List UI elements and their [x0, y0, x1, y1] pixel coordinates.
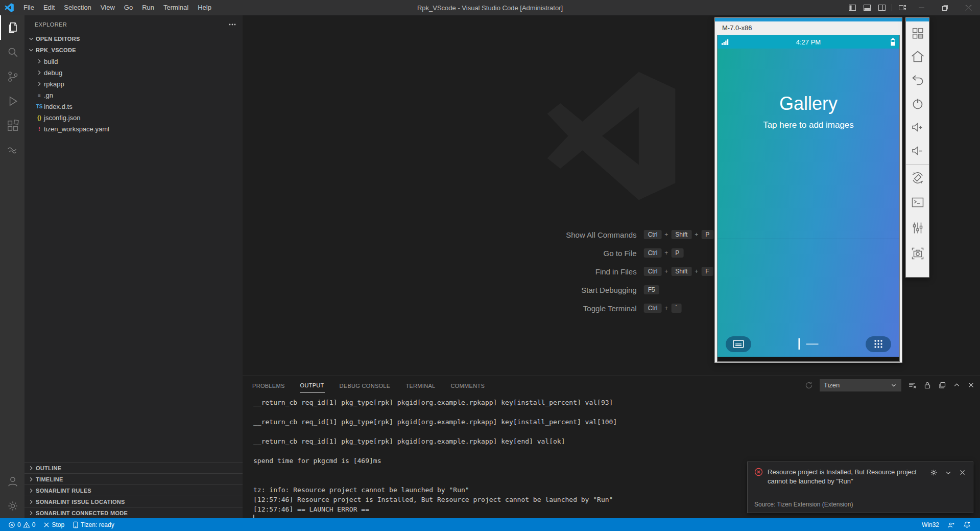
- nav-back-indicator[interactable]: [806, 343, 819, 345]
- extensions-view-icon[interactable]: [0, 113, 25, 138]
- emulator-menu-grid-icon[interactable]: [911, 21, 925, 45]
- output-line: [253, 407, 980, 417]
- tree-item-tizen-workspace-yaml[interactable]: ! tizen_workspace.yaml: [25, 123, 243, 134]
- tree-item-debug[interactable]: debug: [25, 67, 243, 78]
- phone-status-bar: 4:27 PM: [718, 35, 899, 49]
- platform-indicator[interactable]: Win32: [918, 518, 943, 531]
- section-outline[interactable]: OUTLINE: [25, 462, 243, 473]
- menu-view[interactable]: View: [96, 0, 119, 15]
- title-bar: File Edit Selection View Go Run Terminal…: [0, 0, 980, 15]
- emulator-power-button[interactable]: [910, 92, 925, 116]
- explorer-title: EXPLORER: [35, 21, 67, 28]
- apps-grid-button[interactable]: [866, 336, 891, 352]
- yaml-file-icon: !: [35, 126, 44, 132]
- sonarlint-view-icon[interactable]: [0, 138, 25, 163]
- stop-button[interactable]: Stop: [39, 518, 68, 531]
- emulator-controls-button[interactable]: [910, 215, 925, 241]
- open-editors-section[interactable]: OPEN EDITORS: [25, 33, 243, 44]
- explorer-more-actions-icon[interactable]: [228, 20, 236, 29]
- menu-run[interactable]: Run: [137, 0, 159, 15]
- key: Ctrl: [644, 304, 662, 313]
- vscode-logo-icon: [5, 3, 14, 12]
- tizen-status[interactable]: Tizen: ready: [68, 518, 118, 531]
- restore-button[interactable]: [933, 0, 957, 15]
- menu-selection[interactable]: Selection: [59, 0, 95, 15]
- tree-item-rpkapp[interactable]: rpkapp: [25, 78, 243, 89]
- emulator-window-title[interactable]: M-7.0-x86: [715, 21, 902, 34]
- menu-terminal[interactable]: Terminal: [159, 0, 193, 15]
- output-channel-select[interactable]: Tizen: [820, 379, 901, 391]
- section-sonarlint-issue-locations[interactable]: SONARLINT ISSUE LOCATIONS: [25, 496, 243, 507]
- emulator-screenshot-button[interactable]: [910, 241, 925, 266]
- notification-close-icon[interactable]: [959, 469, 966, 476]
- minimize-button[interactable]: [910, 0, 933, 15]
- toggle-panel-icon[interactable]: [859, 0, 874, 15]
- tree-item-build[interactable]: build: [25, 56, 243, 67]
- workspace-root-label: RPK_VSCODE: [36, 47, 76, 53]
- emulator-home-button[interactable]: [910, 45, 925, 68]
- menu-help[interactable]: Help: [193, 0, 216, 15]
- emulator-back-button[interactable]: [910, 68, 925, 92]
- tree-item-index-dts[interactable]: TS index.d.ts: [25, 101, 243, 112]
- menu-edit[interactable]: Edit: [39, 0, 59, 15]
- tree-item-gn[interactable]: ≡ .gn: [25, 89, 243, 101]
- tab-debug-console[interactable]: DEBUG CONSOLE: [339, 378, 391, 393]
- output-line: __return_cb req_id[1] pkg_type[rpk] pkgi…: [253, 398, 980, 407]
- tab-terminal[interactable]: TERMINAL: [405, 378, 436, 393]
- menu-file[interactable]: File: [19, 0, 39, 15]
- chevron-right-icon: [27, 498, 36, 505]
- search-view-icon[interactable]: [0, 40, 25, 64]
- emulator-toolbar-accent: [906, 18, 929, 21]
- notification-settings-gear-icon[interactable]: [930, 469, 938, 476]
- output-line: [253, 427, 980, 436]
- titlebar-separator: [892, 4, 892, 11]
- chevron-right-icon: [27, 510, 36, 517]
- maximize-panel-icon[interactable]: [953, 381, 961, 389]
- feedback-icon[interactable]: [943, 518, 959, 531]
- gallery-add-images-hint[interactable]: Tap here to add images: [718, 120, 899, 130]
- customize-layout-icon[interactable]: [895, 0, 910, 15]
- section-sonarlint-rules[interactable]: SONARLINT RULES: [25, 484, 243, 496]
- notification-chevron-down-icon[interactable]: [945, 469, 952, 476]
- toggle-secondary-sidebar-icon[interactable]: [874, 0, 889, 15]
- chevron-right-icon: [27, 487, 36, 494]
- emulator-window-accent: [715, 18, 902, 21]
- source-control-view-icon[interactable]: [0, 64, 25, 89]
- shortcut-label: Find in Files: [509, 267, 637, 276]
- close-window-button[interactable]: [957, 0, 980, 15]
- key: Ctrl: [644, 267, 662, 276]
- section-sonarlint-connected-mode[interactable]: SONARLINT CONNECTED MODE: [25, 507, 243, 518]
- tab-comments[interactable]: COMMENTS: [450, 378, 485, 393]
- explorer-view-icon[interactable]: [0, 15, 25, 40]
- notifications-bell-icon[interactable]: [959, 518, 975, 531]
- clear-output-icon[interactable]: [908, 381, 917, 389]
- gallery-app-screen[interactable]: Gallery Tap here to add images: [718, 49, 899, 357]
- emulator-shell-button[interactable]: [910, 190, 925, 215]
- workspace-root[interactable]: RPK_VSCODE: [25, 44, 243, 56]
- chevron-down-icon: [27, 47, 36, 54]
- open-output-in-editor-icon[interactable]: [938, 381, 946, 389]
- shortcut-label: Go to File: [509, 249, 637, 258]
- lock-output-icon[interactable]: [923, 381, 931, 389]
- refresh-output-icon[interactable]: [805, 381, 813, 389]
- recent-apps-button[interactable]: [726, 336, 751, 352]
- emulator-volume-down-button[interactable]: [910, 139, 925, 163]
- emulator-screen[interactable]: 4:27 PM Gallery Tap here to add images: [717, 35, 900, 362]
- emulator-volume-up-button[interactable]: [910, 116, 925, 139]
- run-debug-view-icon[interactable]: [0, 89, 25, 113]
- settings-gear-icon[interactable]: [0, 494, 25, 518]
- toolbar-separator: [906, 164, 929, 165]
- tab-output[interactable]: OUTPUT: [300, 378, 325, 393]
- menu-go[interactable]: Go: [119, 0, 137, 15]
- close-panel-icon[interactable]: [967, 381, 975, 389]
- tree-item-jsconfig[interactable]: {} jsconfig.json: [25, 112, 243, 123]
- toggle-sidebar-icon[interactable]: [845, 0, 859, 15]
- section-timeline[interactable]: TIMELINE: [25, 473, 243, 484]
- problems-indicator[interactable]: 0 0: [4, 518, 39, 531]
- output-line: __return_cb req_id[1] pkg_type[rpk] pkgi…: [253, 436, 980, 446]
- nav-home-indicator[interactable]: [799, 338, 800, 350]
- emulator-rotate-button[interactable]: [910, 166, 925, 190]
- phone-bezel: [718, 357, 899, 361]
- account-icon[interactable]: [0, 469, 25, 494]
- tab-problems[interactable]: PROBLEMS: [252, 378, 285, 393]
